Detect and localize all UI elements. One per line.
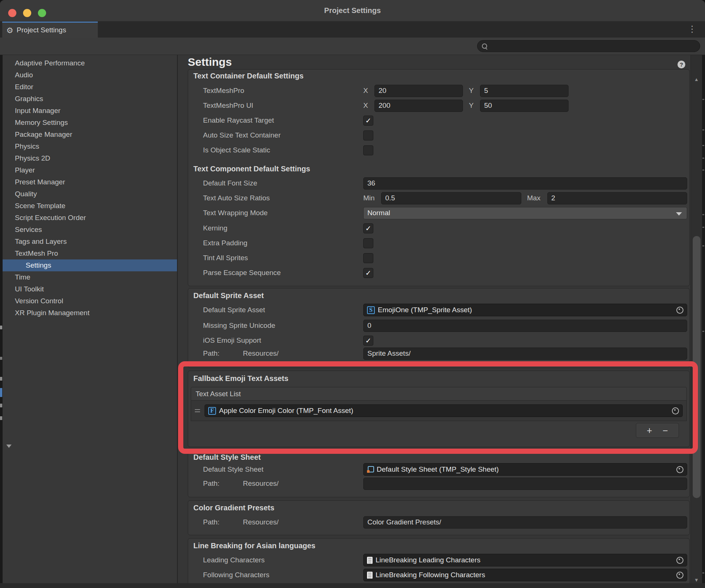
default-style-sheet-object-field[interactable]: Default Style Sheet (TMP_Style Sheet) — [363, 463, 687, 476]
sidebar-item-quality[interactable]: Quality — [3, 188, 177, 200]
gradient-presets-path-field[interactable]: Color Gradient Presets/ — [363, 516, 687, 529]
setting-row-sprite-path: Path: Resources/ Sprite Assets/ — [188, 346, 689, 361]
setting-row-ios-emoji-support: iOS Emoji Support ✓ — [188, 333, 689, 348]
sidebar-item-label: XR Plugin Management — [15, 309, 90, 317]
textmeshpro-ui-x-field[interactable]: 200 — [374, 100, 463, 112]
vertical-scrollbar[interactable]: ▲ ▼ — [690, 55, 702, 588]
object-picker-icon[interactable] — [672, 407, 679, 414]
setting-label: Following Characters — [188, 571, 363, 579]
chevron-down-icon[interactable] — [6, 445, 12, 448]
sidebar-item-label: Quality — [15, 190, 37, 198]
color-gradient-presets-group: Color Gradient Presets Path: Resources/ … — [188, 500, 690, 535]
sidebar-item-xr-plugin-management[interactable]: XR Plugin Management — [3, 307, 177, 319]
object-picker-icon[interactable] — [676, 307, 683, 314]
tab-label: Project Settings — [17, 26, 66, 34]
sidebar-item-script-execution-order[interactable]: Script Execution Order — [3, 212, 177, 224]
sidebar-item-label: Editor — [15, 83, 33, 91]
sidebar-item-graphics[interactable]: Graphics — [3, 93, 177, 105]
sidebar-item-tags-and-layers[interactable]: Tags and Layers — [3, 236, 177, 248]
setting-label: Enable Raycast Target — [188, 116, 363, 125]
following-characters-object-field[interactable]: LineBreaking Following Characters — [363, 569, 687, 581]
leading-characters-object-field[interactable]: LineBreaking Leading Characters — [363, 554, 687, 566]
setting-label: Text Auto Size Ratios — [188, 194, 363, 202]
object-picker-icon[interactable] — [676, 557, 683, 564]
font-asset-icon: F — [208, 407, 216, 415]
default-font-size-field[interactable]: 36 — [363, 177, 687, 190]
auto-size-min-field[interactable]: 0.5 — [381, 192, 521, 204]
section-title: Text Container Default Settings — [193, 72, 303, 80]
drag-handle-icon[interactable] — [195, 409, 205, 412]
setting-label: Extra Padding — [188, 239, 363, 247]
setting-label: Is Object Scale Static — [188, 146, 363, 154]
background-fragment — [702, 99, 704, 100]
remove-item-button[interactable]: − — [663, 426, 668, 435]
textmeshpro-x-field[interactable]: 20 — [374, 85, 463, 97]
help-icon[interactable]: ? — [677, 61, 685, 68]
max-label: Max — [527, 194, 547, 202]
background-fragment — [702, 227, 704, 228]
sidebar-item-textmeshpro-settings[interactable]: Settings — [3, 259, 177, 271]
sidebar-item-scene-template[interactable]: Scene Template — [3, 200, 177, 212]
text-wrapping-mode-dropdown[interactable]: Normal — [363, 207, 687, 219]
parse-escape-sequence-checkbox[interactable]: ✓ — [363, 268, 373, 278]
sidebar-item-memory-settings[interactable]: Memory Settings — [3, 117, 177, 129]
tab-menu-kebab-icon[interactable]: ⋮ — [688, 25, 696, 33]
text-asset-icon — [367, 557, 373, 564]
enable-raycast-target-checkbox[interactable]: ✓ — [363, 116, 373, 126]
sidebar-item-physics-2d[interactable]: Physics 2D — [3, 152, 177, 164]
sidebar-item-label: Settings — [26, 261, 51, 269]
background-fragment — [0, 416, 2, 420]
default-sprite-asset-object-field[interactable]: S EmojiOne (TMP_Sprite Asset) — [363, 304, 687, 316]
sidebar-item-ui-toolkit[interactable]: UI Toolkit — [3, 283, 177, 295]
text-asset-list-header[interactable]: Text Asset List — [191, 387, 687, 401]
extra-padding-checkbox[interactable] — [363, 238, 373, 248]
sidebar-item-physics[interactable]: Physics — [3, 140, 177, 152]
object-picker-icon[interactable] — [676, 572, 683, 579]
setting-label: Default Style Sheet — [188, 465, 363, 474]
sprite-asset-icon: S — [367, 306, 375, 314]
section-title: Default Sprite Asset — [193, 291, 264, 300]
style-sheet-path-field[interactable] — [363, 478, 687, 490]
scrollbar-thumb[interactable] — [693, 236, 701, 498]
sidebar-item-audio[interactable]: Audio — [3, 69, 177, 81]
sidebar-item-player[interactable]: Player — [3, 164, 177, 176]
sidebar-item-editor[interactable]: Editor — [3, 81, 177, 93]
sidebar-item-services[interactable]: Services — [3, 224, 177, 236]
tab-project-settings[interactable]: ⚙ Project Settings — [2, 22, 98, 38]
section-title: Default Style Sheet — [193, 453, 261, 462]
auto-size-max-field[interactable]: 2 — [547, 192, 688, 204]
textmeshpro-ui-y-field[interactable]: 50 — [480, 100, 569, 112]
sidebar-item-adaptive-performance[interactable]: Adaptive Performance — [3, 57, 177, 69]
missing-sprite-unicode-field[interactable]: 0 — [363, 320, 687, 332]
sidebar-item-textmesh-pro[interactable]: TextMesh Pro — [3, 248, 177, 259]
background-fragment — [0, 388, 2, 397]
sidebar-item-time[interactable]: Time — [3, 271, 177, 283]
background-fragment — [702, 145, 704, 146]
fallback-font-asset-object-field[interactable]: F Apple Color Emoji Color (TMP_Font Asse… — [205, 404, 683, 417]
sidebar-item-input-manager[interactable]: Input Manager — [3, 105, 177, 117]
window-bottom-edge — [0, 583, 705, 588]
sidebar-item-package-manager[interactable]: Package Manager — [3, 129, 177, 140]
section-title: Color Gradient Presets — [193, 504, 274, 512]
setting-row-leading-characters: Leading Characters LineBreaking Leading … — [188, 553, 689, 568]
sidebar-item-version-control[interactable]: Version Control — [3, 295, 177, 307]
scroll-down-icon[interactable]: ▼ — [691, 577, 702, 583]
sidebar-item-preset-manager[interactable]: Preset Manager — [3, 176, 177, 188]
text-asset-icon — [367, 572, 373, 579]
object-picker-icon[interactable] — [676, 466, 683, 473]
auto-size-text-container-checkbox[interactable] — [363, 130, 373, 140]
tint-all-sprites-checkbox[interactable] — [363, 253, 373, 263]
is-object-scale-static-checkbox[interactable] — [363, 145, 373, 155]
setting-row-default-style-sheet: Default Style Sheet Default Style Sheet … — [188, 462, 689, 477]
textmeshpro-y-field[interactable]: 5 — [480, 85, 569, 97]
sidebar-item-label: Player — [15, 166, 35, 174]
add-item-button[interactable]: + — [647, 426, 652, 435]
sidebar-item-label: Version Control — [15, 297, 63, 305]
kerning-checkbox[interactable]: ✓ — [363, 223, 373, 233]
sprite-path-field[interactable]: Sprite Assets/ — [363, 348, 687, 360]
scroll-up-icon[interactable]: ▲ — [691, 77, 702, 82]
setting-row-is-object-scale-static: Is Object Scale Static — [188, 143, 689, 158]
search-input[interactable] — [487, 42, 700, 50]
search-box[interactable] — [477, 40, 700, 52]
ios-emoji-support-checkbox[interactable]: ✓ — [363, 336, 373, 346]
